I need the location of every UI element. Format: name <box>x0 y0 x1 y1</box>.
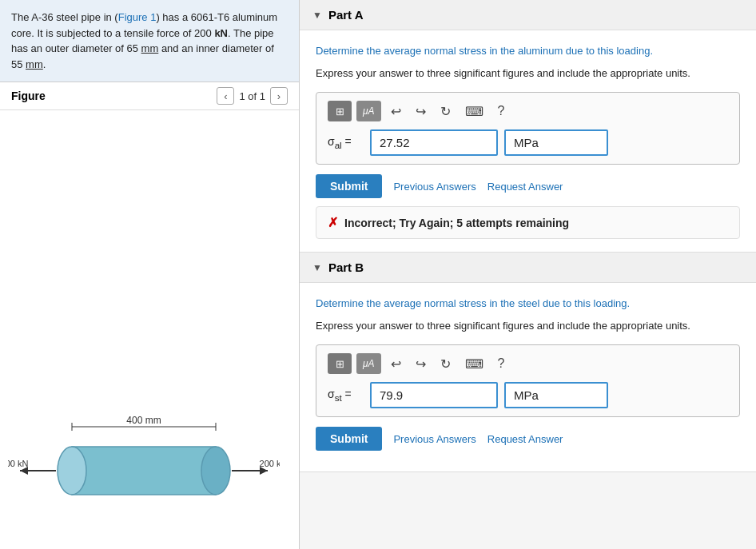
part-a-unit-input[interactable] <box>504 129 608 156</box>
next-figure-button[interactable]: › <box>270 87 288 105</box>
part-a-refresh-btn[interactable]: ↻ <box>436 102 456 121</box>
figure-navigation: ‹ 1 of 1 › <box>217 87 288 105</box>
part-a-header[interactable]: ▼ Part A <box>300 0 756 30</box>
page-label: 1 of 1 <box>239 90 265 102</box>
part-b-refresh-btn[interactable]: ↻ <box>436 355 456 373</box>
figure-link[interactable]: Figure 1 <box>118 11 157 23</box>
part-a-request-answer-link[interactable]: Request Answer <box>487 181 563 193</box>
part-a-keyboard-btn[interactable]: ⌨ <box>460 102 488 121</box>
part-b-redo-btn[interactable]: ↪ <box>411 355 431 373</box>
part-b-mu-btn[interactable]: μΑ <box>356 353 381 374</box>
part-a-content: Determine the average normal stress in t… <box>300 30 756 252</box>
part-a-mu-btn[interactable]: μΑ <box>356 101 381 121</box>
part-a-redo-btn[interactable]: ↪ <box>411 102 431 121</box>
part-b-instruction: Express your answer to three significant… <box>316 318 740 334</box>
part-b-prev-answers-link[interactable]: Previous Answers <box>393 433 475 445</box>
part-b-unit-input[interactable] <box>504 382 608 408</box>
part-a-input-row: σal = <box>328 129 728 156</box>
part-a-actions: Submit Previous Answers Request Answer <box>316 174 740 198</box>
problem-description: The A-36 steel pipe in (Figure 1) has a … <box>0 0 299 82</box>
part-a-answer-box: ⊞ μΑ ↩ ↪ ↻ ⌨ ? σal = <box>316 92 740 165</box>
part-b-answer-input[interactable] <box>370 382 498 408</box>
svg-rect-4 <box>72 447 216 495</box>
part-b-grid-icon-btn[interactable]: ⊞ <box>328 353 352 374</box>
part-a-grid-icon-btn[interactable]: ⊞ <box>328 101 352 121</box>
part-b-request-answer-link[interactable]: Request Answer <box>487 433 563 445</box>
part-b-toolbar: ⊞ μΑ ↩ ↪ ↻ ⌨ ? <box>328 353 728 374</box>
figure-drawing: 400 mm 200 kN 200 kN <box>8 403 280 531</box>
part-b-input-label: σst = <box>328 388 364 403</box>
part-a-section: ▼ Part A Determine the average normal st… <box>300 0 756 253</box>
left-panel: The A-36 steel pipe in (Figure 1) has a … <box>0 0 300 549</box>
part-a-instruction: Express your answer to three significant… <box>316 66 740 82</box>
figure-svg-container: 400 mm 200 kN 200 kN <box>8 403 291 533</box>
part-b-submit-button[interactable]: Submit <box>316 427 382 451</box>
part-a-submit-button[interactable]: Submit <box>316 174 382 198</box>
part-b-help-btn[interactable]: ? <box>493 355 510 372</box>
part-b-input-row: σst = <box>328 382 728 408</box>
svg-point-6 <box>201 447 230 495</box>
part-a-toolbar: ⊞ μΑ ↩ ↪ ↻ ⌨ ? <box>328 101 728 121</box>
part-b-answer-box: ⊞ μΑ ↩ ↪ ↻ ⌨ ? σst = <box>316 344 740 417</box>
part-b-section: ▼ Part B Determine the average normal st… <box>300 253 756 472</box>
part-a-answer-input[interactable] <box>370 129 498 156</box>
figure-header: Figure ‹ 1 of 1 › <box>0 82 299 110</box>
svg-text:200 kN: 200 kN <box>8 459 28 468</box>
figure-area: 400 mm 200 kN 200 kN <box>0 110 299 549</box>
svg-point-5 <box>58 447 86 495</box>
part-b-content: Determine the average normal stress in t… <box>300 283 756 471</box>
part-b-header[interactable]: ▼ Part B <box>300 253 756 283</box>
part-b-question: Determine the average normal stress in t… <box>316 296 740 312</box>
part-a-help-btn[interactable]: ? <box>493 102 510 120</box>
right-panel: ▼ Part A Determine the average normal st… <box>300 0 756 549</box>
part-a-title: Part A <box>328 8 364 22</box>
figure-title: Figure <box>11 90 46 102</box>
part-a-question: Determine the average normal stress in t… <box>316 43 740 59</box>
part-a-prev-answers-link[interactable]: Previous Answers <box>393 181 475 193</box>
part-a-input-label: σal = <box>328 135 364 150</box>
part-a-incorrect-icon: ✗ <box>328 215 338 230</box>
part-a-feedback: ✗ Incorrect; Try Again; 5 attempts remai… <box>316 206 740 239</box>
part-a-undo-btn[interactable]: ↩ <box>386 102 406 121</box>
part-b-actions: Submit Previous Answers Request Answer <box>316 427 740 451</box>
part-a-feedback-text: Incorrect; Try Again; 5 attempts remaini… <box>344 217 569 229</box>
part-a-collapse-icon: ▼ <box>312 10 322 21</box>
prev-figure-button[interactable]: ‹ <box>217 87 234 105</box>
part-b-undo-btn[interactable]: ↩ <box>386 355 406 373</box>
part-b-collapse-icon: ▼ <box>312 262 322 273</box>
svg-text:400 mm: 400 mm <box>126 415 161 426</box>
part-b-keyboard-btn[interactable]: ⌨ <box>460 355 488 373</box>
svg-text:200 kN: 200 kN <box>260 459 280 468</box>
part-b-title: Part B <box>328 261 364 274</box>
